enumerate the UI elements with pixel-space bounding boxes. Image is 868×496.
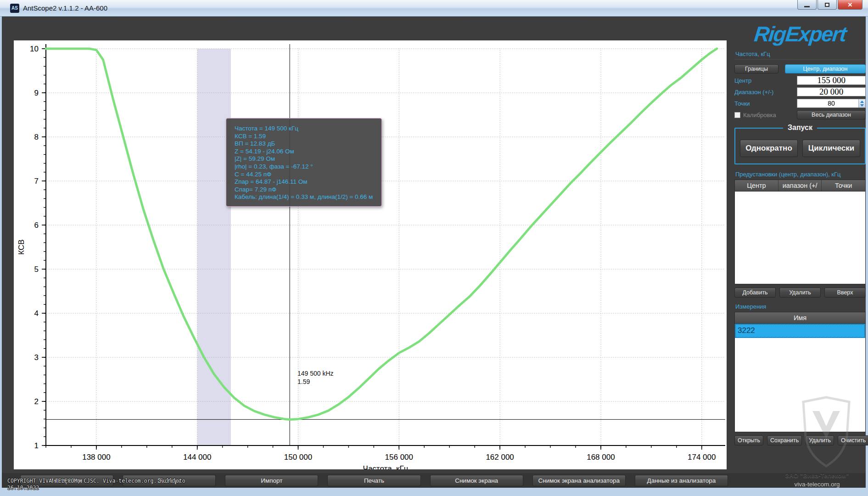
tab-label: Смит — [17, 23, 36, 38]
run-cyclic-button[interactable]: Циклически — [802, 140, 860, 157]
svg-text:156 000: 156 000 — [385, 453, 413, 462]
center-input[interactable]: 155 000 — [797, 76, 866, 85]
tooltip-line: |Z| = 59.29 Ом — [235, 155, 381, 163]
tooltip-line: КСВ = 1.59 — [235, 133, 381, 141]
presets-table[interactable]: Центриапазон (+/Точки — [734, 180, 866, 284]
measurement-button[interactable]: Сохранить — [767, 435, 802, 445]
tab-label: Z=R||+jX — [13, 23, 32, 38]
swr-chart[interactable]: 138 000144 000150 000156 000162 000168 0… — [14, 40, 727, 471]
measurement-row[interactable]: 3222 — [735, 324, 865, 338]
cursor-annotation: 149 500 kHz 1.59 — [297, 369, 334, 386]
preset-button[interactable]: Добавить — [734, 287, 776, 298]
maximize-button[interactable] — [818, 0, 837, 10]
svg-text:6: 6 — [34, 221, 39, 230]
toolbar-button[interactable]: Данные из анализатора — [635, 475, 728, 486]
tooltip-line: Z = 54.19 - j24.06 Ом — [235, 148, 381, 156]
viva-telecom-shield-icon — [799, 395, 854, 468]
center-label: Центр — [734, 77, 751, 84]
column-header[interactable]: иапазон (+/ — [778, 180, 822, 191]
column-header[interactable]: Центр — [735, 180, 778, 191]
brand-line1: ЗАО "Вива-Телеком" — [771, 472, 863, 479]
calibration-label: Калибровка — [743, 112, 776, 118]
toolbar-button[interactable]: Печать — [327, 475, 420, 486]
svg-text:3: 3 — [34, 353, 39, 362]
presets-table-header: Центриапазон (+/Точки — [735, 180, 865, 192]
points-label: Точки — [734, 100, 750, 107]
svg-text:2: 2 — [34, 397, 39, 406]
measurement-tooltip: Частота = 149 500 кГцКСВ = 1.59ВП = 12.8… — [226, 118, 382, 207]
frequency-group: Границы Центр, диапазон Центр 155 000 Ди… — [734, 59, 866, 119]
toolbar-button[interactable]: Снимок экрана — [430, 475, 523, 486]
toolbar-button[interactable]: Импорт — [225, 475, 318, 486]
close-button[interactable]: ✕ — [838, 0, 862, 10]
tab-label: Z=R+jX — [12, 23, 30, 38]
tab-bar: КСВФазаZ=R+jXZ=R||+jXВПРефлектометрСмит — [8, 22, 17, 37]
svg-text:КСВ: КСВ — [17, 239, 26, 254]
tab-label: Рефлектометр — [16, 23, 34, 38]
measurements-table-header: Имя — [735, 312, 865, 324]
points-input[interactable]: 80 — [797, 99, 866, 108]
presets-section-title: Предустановки (центр, диапазон), кГц — [735, 171, 865, 178]
copyright-line1: COPYRIGHT VIVA-TELECOM, CJSC. Viva-telec… — [7, 478, 185, 485]
minimize-button[interactable] — [797, 0, 817, 10]
svg-text:4: 4 — [34, 309, 39, 318]
title-bar: AS AntScope2 v.1.1.2 - AA-600 ✕ — [0, 0, 868, 17]
chart-panel[interactable]: 138 000144 000150 000156 000162 000168 0… — [14, 40, 727, 469]
svg-text:5: 5 — [34, 265, 39, 274]
svg-text:8: 8 — [34, 133, 39, 141]
rigexpert-logo: RigExpert — [733, 21, 867, 48]
column-header[interactable]: Имя — [735, 312, 865, 323]
svg-text:162 000: 162 000 — [486, 453, 514, 462]
tab-label: ВП — [15, 23, 33, 38]
center-span-button[interactable]: Центр, диапазон — [785, 64, 866, 73]
cursor-swr-label: 1.59 — [297, 378, 334, 386]
column-header[interactable]: Точки — [822, 180, 865, 191]
preset-button[interactable]: Вверх — [824, 287, 866, 298]
measurement-button[interactable]: Открыть — [734, 435, 763, 445]
svg-text:150 000: 150 000 — [284, 453, 312, 462]
frequency-section-title: Частота, кГц — [735, 51, 865, 57]
svg-text:138 000: 138 000 — [82, 453, 110, 462]
run-group: Запуск Однократно Циклически — [734, 128, 866, 164]
preset-button[interactable]: Удалить — [779, 287, 821, 298]
svg-text:1: 1 — [34, 441, 39, 450]
copyright-watermark: COPYRIGHT VIVA-TELECOM, CJSC. Viva-telec… — [7, 478, 185, 491]
points-spinner[interactable] — [858, 99, 865, 107]
cursor-frequency-label: 149 500 kHz — [297, 369, 334, 378]
svg-text:Частота, кГц: Частота, кГц — [363, 464, 409, 469]
svg-text:174 000: 174 000 — [688, 453, 716, 462]
brand-line2: viva-telecom.org — [771, 481, 863, 488]
measurements-section-title: Измерения — [735, 303, 865, 310]
tooltip-line: Кабель: длина(1/4) = 0.33 м, длина(1/2) … — [235, 193, 381, 201]
tooltip-line: Спар= 7.29 пФ — [235, 186, 381, 194]
bounds-button[interactable]: Границы — [734, 64, 778, 73]
svg-text:9: 9 — [34, 89, 39, 97]
close-icon: ✕ — [848, 1, 853, 8]
brand-watermark: ЗАО "Вива-Телеком" viva-telecom.org — [771, 472, 863, 488]
calibration-checkbox[interactable] — [734, 112, 740, 118]
window-title: AntScope2 v.1.1.2 - AA-600 — [23, 4, 107, 12]
full-range-button[interactable]: Весь диапазон — [797, 110, 866, 119]
run-group-title: Запуск — [783, 124, 817, 132]
tab-label: КСВ — [9, 23, 28, 38]
copyright-line2: 26.10.2022 — [7, 485, 185, 491]
tooltip-line: |rho| = 0.23, фаза = -67.12 ° — [235, 163, 381, 171]
tooltip-line: C = 44.25 пФ — [235, 171, 381, 179]
spin-up-icon — [860, 101, 864, 103]
run-single-button[interactable]: Однократно — [740, 140, 798, 157]
presets-table-body[interactable] — [735, 192, 865, 284]
presets-buttons: ДобавитьУдалитьВверх — [734, 287, 866, 298]
svg-text:144 000: 144 000 — [183, 453, 211, 462]
application-window: AS AntScope2 v.1.1.2 - AA-600 ✕ КСВФазаZ… — [0, 0, 868, 496]
tab-label: Фаза — [11, 23, 29, 38]
app-icon: AS — [10, 4, 19, 13]
svg-text:168 000: 168 000 — [587, 453, 615, 462]
span-label: Диапазон (+/-) — [734, 89, 773, 96]
toolbar-button[interactable]: Снимок экрана анализатора — [532, 475, 626, 486]
maximize-icon — [825, 3, 829, 7]
tooltip-line: Частота = 149 500 кГц — [235, 125, 381, 133]
span-input[interactable]: 20 000 — [797, 87, 866, 96]
tooltip-line: Zпар = 64.87 - j146.11 Ом — [235, 178, 381, 186]
svg-text:10: 10 — [30, 45, 39, 53]
spin-down-icon — [860, 104, 864, 107]
